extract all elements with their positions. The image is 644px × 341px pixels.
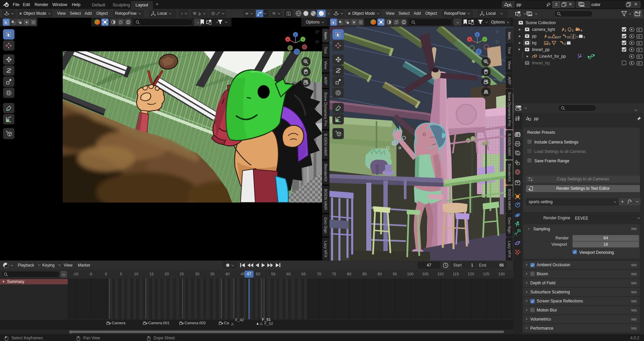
- svg-text:10: 10: [567, 36, 570, 39]
- svg-text:Y: Y: [484, 38, 486, 41]
- svg-text:X: X: [469, 38, 471, 41]
- svg-text:3: 3: [549, 42, 550, 46]
- svg-text:537: 537: [556, 36, 561, 39]
- svg-text:Z: Z: [294, 33, 297, 37]
- svg-text:3: 3: [583, 36, 585, 39]
- svg-text:Z: Z: [476, 33, 478, 37]
- svg-text:2: 2: [572, 29, 574, 32]
- svg-text:Y: Y: [302, 38, 304, 41]
- svg-text:16: 16: [547, 36, 551, 39]
- svg-text:2: 2: [565, 29, 566, 32]
- svg-text:X: X: [287, 38, 289, 41]
- svg-text:7: 7: [576, 36, 578, 39]
- svg-text:2: 2: [564, 42, 566, 46]
- svg-text:4: 4: [581, 29, 582, 32]
